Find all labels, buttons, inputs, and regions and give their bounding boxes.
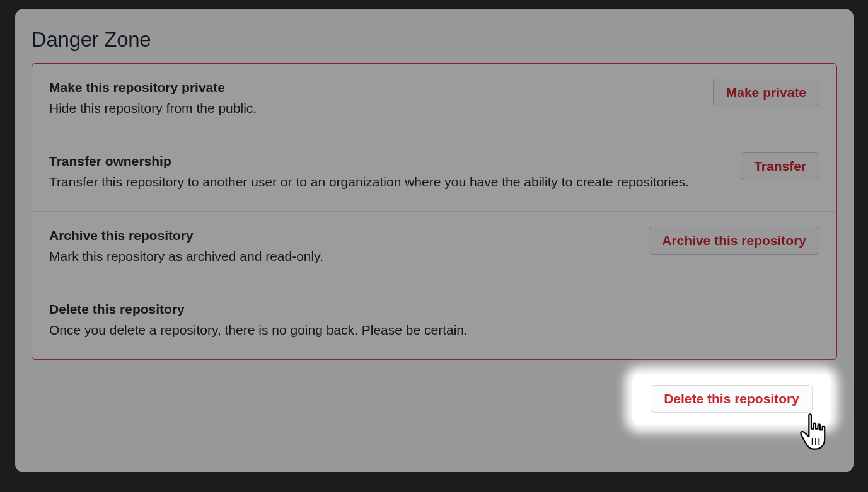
danger-zone-title: Danger Zone <box>32 28 837 52</box>
highlight-spotlight: Delete this repository <box>632 374 831 425</box>
delete-repository-title: Delete this repository <box>49 302 642 317</box>
transfer-ownership-title: Transfer ownership <box>49 154 726 169</box>
row-text: Make this repository private Hide this r… <box>49 80 713 118</box>
archive-repository-title: Archive this repository <box>49 228 634 243</box>
transfer-ownership-desc: Transfer this repository to another user… <box>49 173 726 192</box>
transfer-ownership-row: Transfer ownership Transfer this reposit… <box>32 137 836 211</box>
archive-repository-desc: Mark this repository as archived and rea… <box>49 247 634 266</box>
row-text: Archive this repository Mark this reposi… <box>49 228 649 266</box>
danger-zone-section: Danger Zone Make this repository private… <box>15 9 854 379</box>
settings-panel: Danger Zone Make this repository private… <box>15 9 854 472</box>
archive-repository-button[interactable]: Archive this repository <box>649 227 819 255</box>
make-private-title: Make this repository private <box>49 80 698 95</box>
delete-repository-desc: Once you delete a repository, there is n… <box>49 321 642 340</box>
delete-repository-button[interactable]: Delete this repository <box>651 385 813 413</box>
archive-repository-row: Archive this repository Mark this reposi… <box>32 212 836 285</box>
make-private-button[interactable]: Make private <box>713 79 819 106</box>
delete-repository-row: Delete this repository Once you delete a… <box>32 285 836 358</box>
row-text: Transfer ownership Transfer this reposit… <box>49 154 741 192</box>
danger-zone-box: Make this repository private Hide this r… <box>32 63 837 360</box>
make-private-desc: Hide this repository from the public. <box>49 99 698 118</box>
make-private-row: Make this repository private Hide this r… <box>32 64 836 137</box>
row-text: Delete this repository Once you delete a… <box>49 302 657 340</box>
transfer-button[interactable]: Transfer <box>741 152 819 180</box>
